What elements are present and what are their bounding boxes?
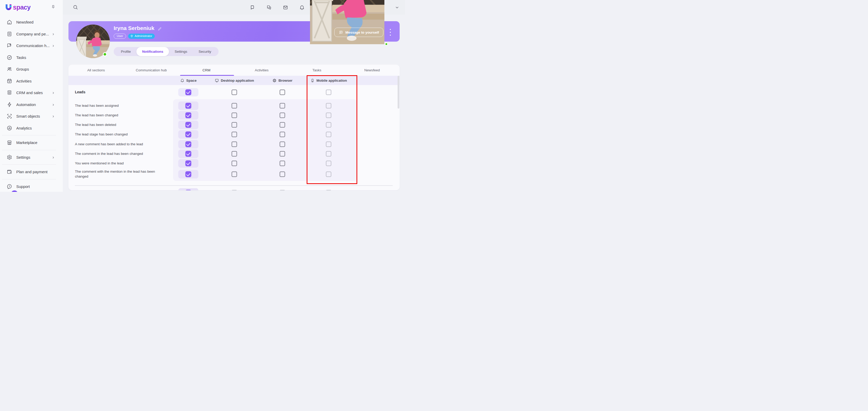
support-icon: ? [6,183,12,189]
sidebar-item-crm-and-sales[interactable]: CRM and sales [0,87,63,99]
administrator-badge: Administrator [128,34,155,39]
table-row: A new comment has been added to the lead [68,139,400,149]
monitor-icon [215,78,219,83]
section-tab-crm[interactable]: CRM [179,65,234,76]
checkbox-unchecked[interactable] [280,89,285,95]
checkbox-checked[interactable] [185,141,191,147]
checkbox-unchecked[interactable] [280,190,285,190]
checkbox-unchecked[interactable] [280,141,285,147]
search-icon[interactable] [72,4,78,10]
sidebar-item-newsfeed[interactable]: Newsfeed [0,16,63,28]
checkbox-checked[interactable] [185,122,191,128]
vertical-scrollbar[interactable] [398,76,399,109]
sidebar-item-activities[interactable]: Activities [0,75,63,87]
checkbox-unchecked[interactable] [232,122,237,127]
checkbox-unchecked[interactable] [232,141,237,147]
checkbox-unchecked[interactable] [326,190,332,190]
mail-icon[interactable] [283,5,288,10]
checkbox-checked[interactable] [185,102,191,109]
checkbox-unchecked[interactable] [280,172,285,177]
tab-security[interactable]: Security [193,47,217,56]
checkbox-unchecked[interactable] [232,131,237,137]
sidebar-item-support[interactable]: ? Support [0,181,63,192]
checkbox-checked[interactable] [185,89,191,95]
section-tab-all-sections[interactable]: All sections [68,65,124,76]
activities-icon [6,78,12,84]
sidebar: spacy Newsfeed Company and pe... Communi… [0,0,63,192]
checkbox-unchecked[interactable] [326,122,332,127]
message-to-yourself-button[interactable]: Message to yourself [334,28,383,37]
chevron-right-icon [52,156,55,159]
checkbox-unchecked[interactable] [326,89,332,95]
checkbox-unchecked[interactable] [326,160,332,166]
checkbox-unchecked[interactable] [232,113,237,118]
checkbox-unchecked[interactable] [232,151,237,156]
checkbox-unchecked[interactable] [326,103,332,108]
section-tab-activities[interactable]: Activities [234,65,289,76]
tab-profile[interactable]: Profile [115,47,136,56]
checkbox-unchecked[interactable] [232,172,237,177]
sidebar-item-company-and-pe[interactable]: Company and pe... [0,28,63,40]
table-row: The comment with the mention in the lead… [68,167,400,181]
bell-icon[interactable] [299,5,305,10]
row-label: A new comment has been added to the lead [75,142,143,147]
bell-icon [180,78,184,83]
more-options-kebab[interactable] [389,29,392,36]
sidebar-item-automation[interactable]: Automation [0,99,63,111]
checkbox-checked[interactable] [185,160,191,166]
sidebar-item-settings[interactable]: Settings [0,151,63,164]
tab-settings[interactable]: Settings [169,47,193,56]
checkbox-unchecked[interactable] [280,131,285,137]
section-tab-tasks[interactable]: Tasks [289,65,345,76]
sidebar-item-label: Newsfeed [16,20,34,24]
checkbox-unchecked[interactable] [326,141,332,147]
user-avatar[interactable] [313,0,388,45]
checkbox-unchecked[interactable] [232,160,237,166]
checkbox-unchecked[interactable] [280,160,285,166]
checkbox-unchecked[interactable] [326,151,332,156]
row-label: The comment in the lead has been changed [75,151,143,156]
chevron-right-icon [52,115,55,118]
checkbox-unchecked[interactable] [280,113,285,118]
checkbox-checked[interactable] [185,151,191,157]
section-tab-newsfeed[interactable]: Newsfeed [344,65,400,76]
sidebar-item-groups[interactable]: Groups [0,63,63,75]
checkbox-checked[interactable] [185,190,191,190]
topbar [63,0,405,15]
sidebar-item-tasks[interactable]: Tasks [0,52,63,64]
smart-objects-icon [6,113,12,119]
sidebar-item-label: Tasks [16,55,26,60]
groups-icon [6,66,12,72]
uspacy-logo[interactable]: spacy [5,3,30,11]
sidebar-item-communication-h[interactable]: Communication h... [0,40,63,52]
table-row: The lead has been changed [68,110,400,120]
chevron-down-icon[interactable] [395,5,399,10]
checkbox-checked[interactable] [185,131,191,137]
checkbox-unchecked[interactable] [326,113,332,118]
uspacy-logo-icon [5,3,12,11]
pin-sidebar-icon[interactable] [51,4,56,10]
settings-icon [6,154,12,160]
tab-notifications[interactable]: Notifications [136,47,169,56]
checkbox-checked[interactable] [185,112,191,118]
sidebar-item-marketplace[interactable]: Marketplace [0,137,63,149]
checkbox-unchecked[interactable] [232,89,237,95]
checkbox-unchecked[interactable] [232,103,237,108]
checkbox-unchecked[interactable] [280,103,285,108]
checkbox-unchecked[interactable] [326,131,332,137]
checkbox-unchecked[interactable] [232,190,237,190]
sidebar-item-smart-objects[interactable]: Smart objects [0,110,63,122]
checkbox-unchecked[interactable] [280,151,285,156]
checkbox-unchecked[interactable] [280,122,285,127]
section-tab-communication-hub[interactable]: Communication hub [124,65,179,76]
group-chat-icon[interactable] [266,5,272,10]
edit-name-icon[interactable] [158,26,162,30]
profile-badges: User Administrator [114,34,155,39]
sidebar-item-plan-and-payment[interactable]: Plan and payment [0,166,63,178]
sidebar-item-analytics[interactable]: Analytics [0,122,63,134]
comm-hub-icon [6,43,12,49]
checkbox-unchecked[interactable] [326,172,332,177]
chat-icon[interactable] [250,5,255,10]
checkbox-checked[interactable] [185,171,191,177]
sidebar-item-label: Activities [16,79,32,83]
